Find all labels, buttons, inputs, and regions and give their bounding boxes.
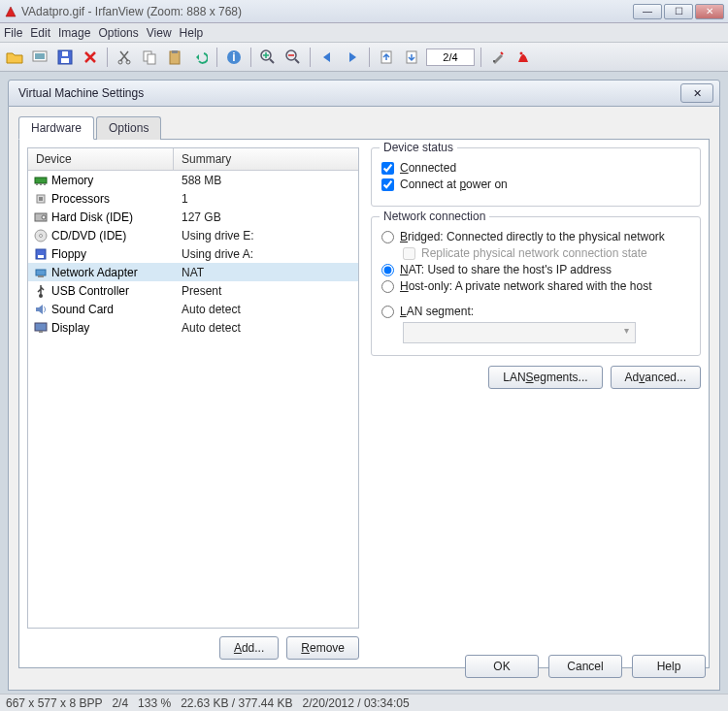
svg-point-28: [40, 234, 43, 237]
network-connection-group: Network connection Bridged: Connected di…: [371, 216, 701, 356]
device-name: Sound Card: [51, 303, 114, 316]
hdd-icon: [34, 210, 48, 224]
svg-rect-20: [36, 183, 38, 185]
remove-button[interactable]: Remove: [286, 636, 359, 660]
next-page-icon[interactable]: [401, 47, 422, 68]
open-icon[interactable]: [4, 47, 25, 68]
device-row-cd[interactable]: CD/DVD (IDE)Using drive E:: [28, 226, 358, 244]
device-summary: 127 GB: [174, 210, 221, 224]
menu-help[interactable]: Help: [180, 26, 204, 40]
add-button[interactable]: Add...: [219, 636, 279, 660]
tab-panel: Device Summary Memory588 MBProcessors1Ha…: [18, 139, 710, 668]
connect-poweron-checkbox-input[interactable]: [381, 178, 394, 191]
cut-icon[interactable]: [114, 47, 135, 68]
device-row-display[interactable]: DisplayAuto detect: [28, 318, 358, 337]
toolbar: i: [0, 43, 728, 72]
connected-checkbox-input[interactable]: [381, 162, 394, 175]
svg-point-17: [493, 60, 495, 62]
status-page: 2/4: [112, 696, 128, 710]
device-list[interactable]: Device Summary Memory588 MBProcessors1Ha…: [27, 147, 359, 629]
floppy-icon: [34, 247, 48, 261]
cancel-button[interactable]: Cancel: [548, 655, 622, 678]
window-titlebar: VAdatpro.gif - IrfanView (Zoom: 888 x 76…: [0, 0, 728, 23]
svg-rect-30: [38, 255, 44, 258]
next-icon[interactable]: [342, 47, 363, 68]
zoom-in-icon[interactable]: [257, 47, 279, 68]
save-icon[interactable]: [54, 47, 76, 68]
status-size: 22.63 KB / 377.44 KB: [181, 696, 292, 710]
hostonly-radio[interactable]: Host-only: A private network shared with…: [381, 279, 690, 293]
lan-segment-radio-input[interactable]: [381, 306, 394, 318]
minimize-button[interactable]: —: [633, 4, 662, 19]
prev-page-icon[interactable]: [376, 47, 397, 68]
device-row-usb[interactable]: USB ControllerPresent: [28, 281, 358, 300]
svg-rect-35: [39, 331, 43, 333]
tab-hardware[interactable]: Hardware: [18, 116, 94, 140]
device-status-title: Device status: [380, 141, 457, 154]
display-icon: [34, 321, 48, 335]
copy-icon[interactable]: [139, 47, 160, 68]
replicate-checkbox: Replicate physical network connection st…: [403, 246, 690, 260]
svg-point-18: [520, 51, 523, 54]
svg-rect-32: [38, 275, 44, 277]
menu-edit[interactable]: Edit: [30, 26, 50, 40]
maximize-button[interactable]: ☐: [664, 4, 693, 19]
device-name: Floppy: [51, 247, 86, 261]
device-name: Display: [51, 321, 89, 335]
svg-point-33: [39, 294, 43, 298]
device-row-net[interactable]: Network AdapterNAT: [28, 263, 358, 281]
menu-file[interactable]: File: [4, 26, 22, 40]
help-button[interactable]: Help: [632, 655, 706, 678]
device-name: Hard Disk (IDE): [51, 210, 133, 224]
advanced-button[interactable]: Advanced...: [611, 366, 701, 389]
zoom-out-icon[interactable]: [282, 47, 304, 68]
svg-rect-31: [36, 270, 46, 275]
lan-segments-button[interactable]: LAN Segments...: [488, 366, 602, 389]
hostonly-radio-input[interactable]: [381, 280, 394, 293]
svg-rect-10: [172, 50, 178, 53]
usb-icon: [34, 284, 48, 298]
device-row-memory[interactable]: Memory588 MB: [28, 171, 358, 189]
status-zoom: 133 %: [138, 696, 171, 710]
lan-segment-radio[interactable]: LAN segment:: [381, 305, 690, 318]
connected-checkbox[interactable]: Connected: [381, 161, 690, 175]
ok-button[interactable]: OK: [465, 655, 539, 678]
device-row-hdd[interactable]: Hard Disk (IDE)127 GB: [28, 208, 358, 226]
paste-icon[interactable]: [164, 47, 185, 68]
delete-icon[interactable]: [80, 47, 101, 68]
settings-icon[interactable]: [487, 47, 509, 68]
menu-view[interactable]: View: [147, 26, 172, 40]
nat-radio-input[interactable]: [381, 264, 394, 276]
nat-radio[interactable]: NAT: Used to share the host's IP address: [381, 263, 690, 276]
irfanview-icon[interactable]: [513, 47, 534, 68]
window-close-button[interactable]: ✕: [695, 4, 724, 19]
device-row-cpu[interactable]: Processors1: [28, 189, 358, 208]
svg-point-26: [42, 215, 46, 219]
connect-poweron-checkbox[interactable]: Connect at power on: [381, 178, 690, 191]
dialog-body: Hardware Options Device Summary Memory58…: [8, 107, 720, 691]
menu-options[interactable]: Options: [98, 26, 138, 40]
svg-rect-8: [148, 54, 155, 64]
info-icon[interactable]: i: [223, 47, 245, 68]
device-list-header: Device Summary: [28, 148, 358, 171]
tab-options[interactable]: Options: [96, 116, 161, 140]
undo-icon[interactable]: [189, 47, 211, 68]
page-indicator-input[interactable]: [426, 48, 475, 66]
menu-image[interactable]: Image: [58, 26, 90, 40]
dialog-title: Virtual Machine Settings: [18, 86, 144, 100]
device-summary: Auto detect: [174, 303, 241, 316]
replicate-checkbox-input: [403, 247, 415, 260]
col-device[interactable]: Device: [28, 148, 174, 170]
slideshow-icon[interactable]: [29, 47, 50, 68]
bridged-radio[interactable]: Bridged: Connected directly to the physi…: [381, 230, 690, 243]
device-row-floppy[interactable]: FloppyUsing drive A:: [28, 244, 358, 263]
svg-rect-1: [35, 53, 45, 59]
device-row-sound[interactable]: Sound CardAuto detect: [28, 300, 358, 318]
device-summary: 1: [174, 192, 188, 206]
memory-icon: [34, 174, 48, 187]
col-summary[interactable]: Summary: [174, 148, 239, 170]
device-status-group: Device status Connected Connect at power…: [371, 147, 701, 207]
bridged-radio-input[interactable]: [381, 231, 394, 243]
dialog-close-button[interactable]: ✕: [680, 83, 713, 103]
prev-icon[interactable]: [316, 47, 338, 68]
